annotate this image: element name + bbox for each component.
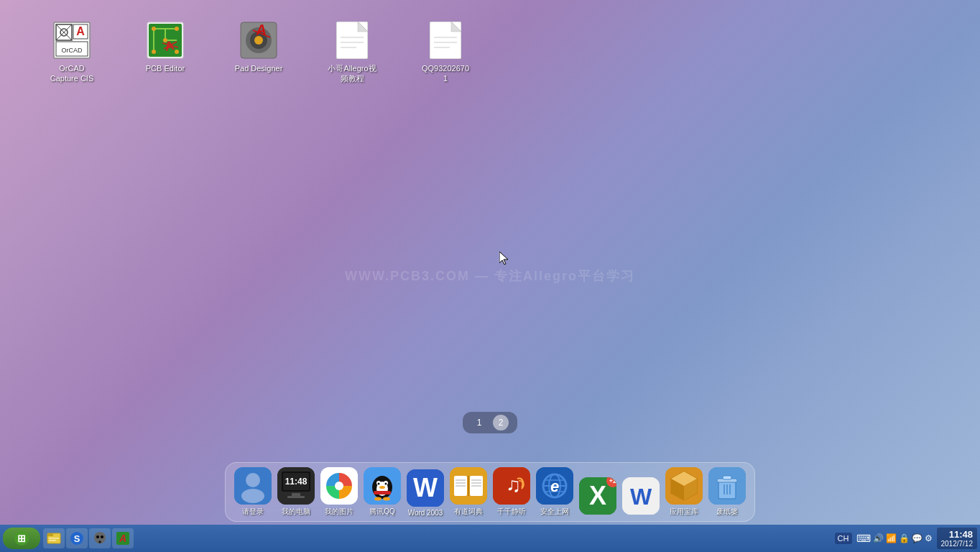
dock-item-word[interactable]: W Word 2003 — [407, 469, 444, 517]
svg-text:♫: ♫ — [506, 474, 521, 496]
trash-label: 废纸篓 — [716, 507, 738, 517]
dock-item-dict[interactable]: 有道词典 — [450, 467, 487, 517]
trash-icon — [708, 467, 746, 505]
desktop-icon-orcad[interactable]: A OrCAD OrCAD Capture CIS — [43, 22, 101, 84]
dock: 请登录 11:48 我的电脑 — [0, 462, 980, 525]
svg-point-16 — [175, 27, 179, 31]
start-button[interactable]: ⊞ — [3, 528, 40, 549]
orcad-label: OrCAD Capture CIS — [50, 63, 94, 84]
svg-point-61 — [383, 497, 390, 501]
desktop-icon-qq-file[interactable]: QQ93202670 1 — [417, 22, 474, 84]
taskbar-clock[interactable]: 11:48 2012/7/12 — [937, 528, 978, 549]
dict-label: 有道词典 — [454, 507, 483, 517]
svg-point-58 — [385, 483, 387, 485]
svg-rect-105 — [49, 538, 59, 539]
contacts-label: 请登录 — [242, 507, 264, 517]
svg-text:A: A — [119, 533, 126, 544]
dock-item-trash[interactable]: 废纸篓 — [708, 467, 746, 517]
svg-point-59 — [379, 486, 385, 489]
orcad-svg: A OrCAD — [53, 22, 91, 59]
clock-time: 11:48 — [941, 529, 974, 540]
watermark: WWW.PCB3.COM — 专注Allegro平台学习 — [345, 267, 635, 285]
taskbar-item-skull[interactable] — [89, 528, 111, 548]
appstore-label: 应用宝库 — [670, 507, 698, 517]
svg-text:W: W — [413, 473, 438, 502]
dock-container: 请登录 11:48 我的电脑 — [225, 462, 755, 522]
svg-point-51 — [335, 482, 343, 490]
svg-point-43 — [241, 489, 264, 503]
svg-text:S: S — [74, 533, 80, 544]
dock-item-ie[interactable]: e 安全上网 — [536, 467, 573, 517]
svg-point-111 — [101, 535, 103, 538]
tray-icon-6[interactable]: ⚙ — [925, 533, 933, 543]
svg-point-18 — [175, 50, 179, 54]
svg-point-17 — [152, 50, 156, 54]
ie-icon: e — [536, 467, 573, 505]
clock-date: 2012/7/12 — [941, 540, 974, 548]
taskbar-item-explorer[interactable] — [43, 528, 65, 548]
svg-point-57 — [378, 483, 380, 485]
qq-file-svg — [430, 22, 461, 59]
allegro-video-label: 小哥Allegro视 频教程 — [328, 63, 376, 84]
svg-rect-106 — [49, 540, 56, 541]
dock-item-appstore[interactable]: 应用宝库 — [665, 467, 703, 517]
taskbar-item-sogou[interactable]: S — [66, 528, 88, 548]
dict-icon — [450, 467, 487, 505]
qq-icon — [364, 467, 401, 505]
taskbar: ⊞ S — [0, 525, 980, 552]
tray-icon-4[interactable]: 🔒 — [899, 533, 910, 543]
pad-label: Pad Designer — [235, 63, 283, 73]
svg-text:⊞: ⊞ — [17, 533, 26, 544]
dock-item-word2[interactable]: W — [622, 477, 660, 517]
desktop-icon-pcb[interactable]: A PCB Editor — [137, 22, 194, 73]
music-label: 千千静听 — [497, 507, 526, 517]
tray-icon-2[interactable]: 🔊 — [873, 533, 884, 543]
desktop-icon-allegro-video[interactable]: 小哥Allegro视 频教程 — [323, 22, 381, 84]
word-icon: W — [407, 469, 444, 507]
svg-rect-96 — [723, 476, 731, 479]
excel-icon: X +2 — [579, 477, 616, 515]
pad-icon-image: A — [240, 22, 277, 59]
page-dot-2[interactable]: 2 — [493, 415, 509, 431]
desktop: WWW.PCB3.COM — 专注Allegro平台学习 A OrCAD O — [0, 0, 980, 552]
tray-icon-1[interactable]: ⌨ — [856, 533, 871, 544]
svg-text:e: e — [550, 477, 559, 495]
tray-icon-5[interactable]: 💬 — [912, 533, 923, 543]
tray-icon-3[interactable]: 📶 — [886, 533, 897, 543]
dock-item-excel[interactable]: X +2 — [579, 477, 616, 517]
desktop-icon-pad[interactable]: A Pad Designer — [230, 22, 287, 73]
pcb-icon-image: A — [147, 22, 184, 59]
appstore-icon — [665, 467, 703, 505]
taskbar-item-pcb[interactable]: A — [112, 528, 134, 548]
svg-rect-62 — [374, 491, 391, 494]
dock-item-contacts[interactable]: 请登录 — [234, 467, 272, 517]
orcad-icon-image: A OrCAD — [53, 22, 91, 59]
mypc-label: 我的电脑 — [282, 507, 310, 517]
lang-indicator: CH — [838, 534, 849, 543]
svg-rect-104 — [47, 533, 53, 536]
allegro-video-svg — [336, 22, 368, 59]
svg-text:X: X — [589, 481, 606, 510]
photos-icon — [320, 467, 358, 505]
mypc-icon: 11:48 — [277, 467, 315, 505]
page-indicators: 1 2 — [463, 412, 517, 433]
dock-item-photos[interactable]: 我的图片 — [320, 467, 358, 517]
pcb-svg: A — [147, 22, 184, 59]
dock-item-qq[interactable]: 腾讯QQ — [364, 467, 401, 517]
dock-item-music[interactable]: ♫ 千千静听 — [493, 467, 530, 517]
page-dot-1[interactable]: 1 — [471, 415, 487, 431]
contacts-icon — [234, 467, 272, 505]
svg-rect-48 — [292, 493, 300, 496]
svg-text:A: A — [76, 25, 85, 37]
svg-rect-49 — [287, 496, 305, 498]
qq-file-icon — [427, 22, 464, 59]
svg-point-110 — [96, 535, 99, 538]
taskbar-items: S A — [43, 528, 835, 548]
allegro-video-icon — [333, 22, 371, 59]
desktop-icons-area: A OrCAD OrCAD Capture CIS — [43, 22, 474, 84]
svg-text:11:48: 11:48 — [285, 477, 308, 487]
dock-item-mypc[interactable]: 11:48 我的电脑 — [277, 467, 315, 517]
music-icon: ♫ — [493, 467, 530, 505]
svg-point-60 — [374, 497, 382, 501]
svg-text:W: W — [630, 484, 652, 510]
